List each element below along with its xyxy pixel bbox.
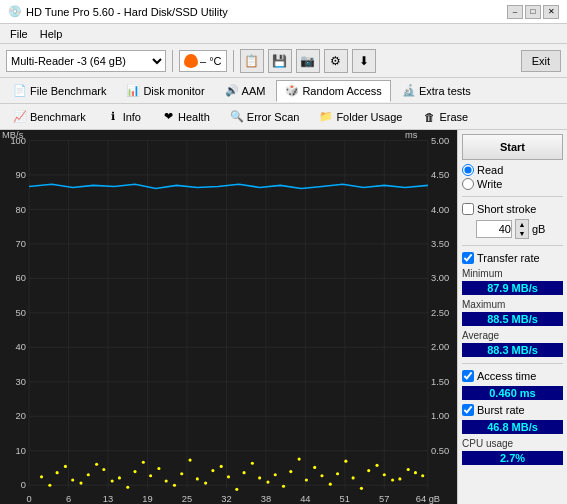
tab-benchmark-label: Benchmark xyxy=(30,111,86,123)
spin-down-button[interactable]: ▼ xyxy=(516,229,528,238)
tab-folder-usage-label: Folder Usage xyxy=(336,111,402,123)
svg-point-34 xyxy=(211,469,214,472)
svg-point-50 xyxy=(79,482,82,485)
access-time-value: 0.460 ms xyxy=(462,386,563,400)
svg-text:3.00: 3.00 xyxy=(431,273,449,283)
titlebar-controls[interactable]: – □ ✕ xyxy=(507,5,559,19)
read-radio-label[interactable]: Read xyxy=(462,164,563,176)
tab-info[interactable]: ℹ Info xyxy=(97,106,150,128)
divider2 xyxy=(462,245,563,246)
burst-rate-text: Burst rate xyxy=(477,404,525,416)
toolbar-btn3[interactable]: 📷 xyxy=(296,49,320,73)
benchmark-graph: 100 90 80 70 60 50 40 30 20 10 0 5.00 4.… xyxy=(0,130,457,504)
titlebar: 💿 HD Tune Pro 5.60 - Hard Disk/SSD Utili… xyxy=(0,0,567,24)
svg-point-60 xyxy=(235,488,238,491)
tab-random-access[interactable]: 🎲 Random Access xyxy=(276,80,390,102)
svg-point-54 xyxy=(142,461,145,464)
tab-aam-label: AAM xyxy=(242,85,266,97)
benchmark-icon: 📈 xyxy=(13,110,27,124)
write-radio-label[interactable]: Write xyxy=(462,178,563,190)
access-time-label[interactable]: Access time xyxy=(462,370,563,382)
short-stroke-checkbox[interactable] xyxy=(462,203,474,215)
tab-folder-usage[interactable]: 📁 Folder Usage xyxy=(310,106,411,128)
svg-point-63 xyxy=(282,485,285,488)
temperature-icon xyxy=(184,54,198,68)
help-menu[interactable]: Help xyxy=(36,27,67,41)
aam-icon: 🔊 xyxy=(225,84,239,98)
transfer-rate-checkbox[interactable] xyxy=(462,252,474,264)
write-radio[interactable] xyxy=(462,178,474,190)
stroke-value-input[interactable] xyxy=(476,220,512,238)
cpu-usage-value: 2.7% xyxy=(462,451,563,465)
short-stroke-label[interactable]: Short stroke xyxy=(462,203,563,215)
average-label: Average xyxy=(462,330,563,341)
svg-text:4.50: 4.50 xyxy=(431,170,449,180)
burst-rate-label[interactable]: Burst rate xyxy=(462,404,563,416)
file-menu[interactable]: File xyxy=(6,27,32,41)
svg-text:44: 44 xyxy=(300,494,310,504)
tab-erase[interactable]: 🗑 Erase xyxy=(413,106,477,128)
exit-button[interactable]: Exit xyxy=(521,50,561,72)
svg-text:70: 70 xyxy=(16,239,26,249)
svg-point-62 xyxy=(266,480,269,483)
toolbar-btn1[interactable]: 📋 xyxy=(240,49,264,73)
tab-aam[interactable]: 🔊 AAM xyxy=(216,80,275,102)
maximum-label: Maximum xyxy=(462,299,563,310)
svg-text:10: 10 xyxy=(16,446,26,456)
transfer-rate-label[interactable]: Transfer rate xyxy=(462,252,563,264)
access-time-checkbox[interactable] xyxy=(462,370,474,382)
svg-text:20: 20 xyxy=(16,411,26,421)
svg-point-49 xyxy=(64,465,67,468)
svg-text:2.50: 2.50 xyxy=(431,308,449,318)
svg-text:30: 30 xyxy=(16,377,26,387)
svg-point-44 xyxy=(367,469,370,472)
maximize-button[interactable]: □ xyxy=(525,5,541,19)
tab-row-2: 📈 Benchmark ℹ Info ❤ Health 🔍 Error Scan… xyxy=(0,104,567,130)
svg-text:MB/s: MB/s xyxy=(2,130,24,140)
svg-point-57 xyxy=(189,459,192,462)
svg-point-32 xyxy=(180,472,183,475)
svg-point-38 xyxy=(274,473,277,476)
svg-text:6: 6 xyxy=(66,494,71,504)
stroke-spinner: ▲ ▼ xyxy=(515,219,529,239)
svg-text:25: 25 xyxy=(182,494,192,504)
tab-disk-monitor-label: Disk monitor xyxy=(143,85,204,97)
erase-icon: 🗑 xyxy=(422,110,436,124)
tab-file-benchmark[interactable]: 📄 File Benchmark xyxy=(4,80,115,102)
minimum-value: 87.9 MB/s xyxy=(462,281,563,295)
minimize-button[interactable]: – xyxy=(507,5,523,19)
svg-text:32: 32 xyxy=(221,494,231,504)
toolbar-btn2[interactable]: 💾 xyxy=(268,49,292,73)
tab-file-benchmark-label: File Benchmark xyxy=(30,85,106,97)
titlebar-left: 💿 HD Tune Pro 5.60 - Hard Disk/SSD Utili… xyxy=(8,5,228,18)
close-button[interactable]: ✕ xyxy=(543,5,559,19)
separator xyxy=(172,50,173,72)
svg-point-69 xyxy=(375,464,378,467)
average-value: 88.3 MB/s xyxy=(462,343,563,357)
svg-point-35 xyxy=(227,475,230,478)
tab-error-scan[interactable]: 🔍 Error Scan xyxy=(221,106,309,128)
short-stroke-text: Short stroke xyxy=(477,203,536,215)
svg-point-64 xyxy=(298,458,301,461)
spin-up-button[interactable]: ▲ xyxy=(516,220,528,229)
toolbar-btn5[interactable]: ⬇ xyxy=(352,49,376,73)
minimum-section: Minimum 87.9 MB/s xyxy=(462,268,563,295)
access-time-text: Access time xyxy=(477,370,536,382)
tab-benchmark[interactable]: 📈 Benchmark xyxy=(4,106,95,128)
cpu-usage-section: CPU usage 2.7% xyxy=(462,438,563,465)
read-radio[interactable] xyxy=(462,164,474,176)
folder-usage-icon: 📁 xyxy=(319,110,333,124)
svg-point-67 xyxy=(344,460,347,463)
burst-rate-checkbox[interactable] xyxy=(462,404,474,416)
start-button[interactable]: Start xyxy=(462,134,563,160)
svg-text:13: 13 xyxy=(103,494,113,504)
tab-health[interactable]: ❤ Health xyxy=(152,106,219,128)
svg-point-48 xyxy=(48,484,51,487)
drive-select[interactable]: Multi-Reader -3 (64 gB) xyxy=(6,50,166,72)
tab-extra-tests[interactable]: 🔬 Extra tests xyxy=(393,80,480,102)
burst-rate-value: 46.8 MB/s xyxy=(462,420,563,434)
chart-area: 100 90 80 70 60 50 40 30 20 10 0 5.00 4.… xyxy=(0,130,457,504)
minimum-label: Minimum xyxy=(462,268,563,279)
tab-disk-monitor[interactable]: 📊 Disk monitor xyxy=(117,80,213,102)
toolbar-btn4[interactable]: ⚙ xyxy=(324,49,348,73)
